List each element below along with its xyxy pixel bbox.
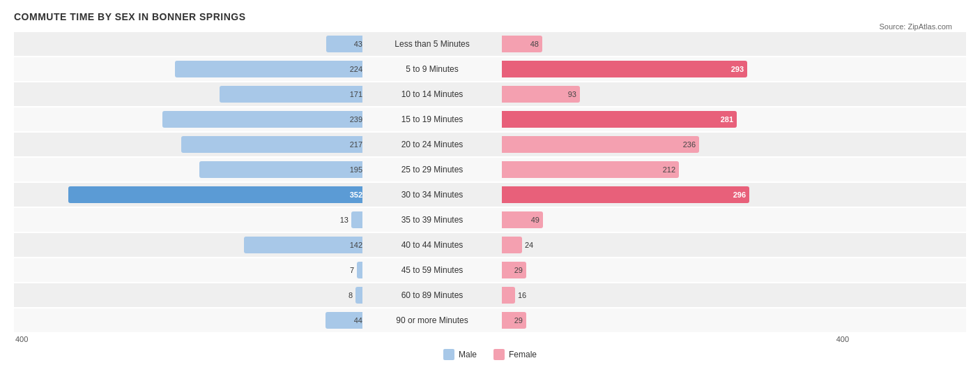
female-bar: 29 — [502, 312, 526, 329]
male-value: 224 — [346, 65, 362, 73]
bar-row: 8 60 to 89 Minutes 16 — [14, 283, 966, 307]
female-value: 93 — [568, 90, 580, 98]
bar-row: 142 40 to 44 Minutes 24 — [14, 233, 966, 257]
bar-row: 224 5 to 9 Minutes 293 — [14, 57, 966, 81]
legend-male: Male — [443, 349, 477, 360]
male-bar: 224 — [175, 61, 362, 77]
row-label: 35 to 39 Minutes — [362, 215, 502, 225]
female-bar: 296 — [502, 186, 749, 203]
row-label: 45 to 59 Minutes — [362, 265, 502, 275]
row-label: 20 to 24 Minutes — [362, 140, 502, 149]
female-bar — [502, 287, 515, 304]
axis-row: 400 400 — [14, 335, 966, 343]
male-value: 217 — [346, 140, 362, 149]
male-value: 239 — [346, 115, 362, 124]
female-value: 49 — [531, 216, 543, 224]
row-label: 10 to 14 Minutes — [362, 89, 502, 99]
female-value: 16 — [518, 291, 526, 299]
legend-male-label: Male — [459, 350, 477, 359]
chart-area: 43 Less than 5 Minutes 48 2 — [14, 32, 966, 360]
chart-title: COMMUTE TIME BY SEX IN BONNER SPRINGS — [14, 11, 966, 22]
bar-row: 7 45 to 59 Minutes 29 — [14, 258, 966, 282]
female-value: 236 — [683, 140, 699, 149]
male-value: 43 — [351, 40, 362, 48]
bar-row: 171 10 to 14 Minutes 93 — [14, 82, 966, 106]
legend-female-box — [493, 349, 505, 360]
female-bar: 49 — [502, 211, 543, 228]
female-value: 212 — [663, 165, 679, 174]
female-value: 48 — [530, 40, 542, 48]
female-bar: 48 — [502, 36, 542, 52]
female-value: 281 — [721, 115, 737, 124]
female-bar: 93 — [502, 86, 580, 103]
source-label: Source: ZipAtlas.com — [879, 22, 952, 31]
male-value: 8 — [349, 291, 353, 299]
row-label: 25 to 29 Minutes — [362, 165, 502, 174]
axis-left: 400 — [14, 335, 362, 343]
male-value: 195 — [346, 165, 362, 174]
female-value: 293 — [731, 65, 747, 73]
legend-female-label: Female — [509, 350, 537, 359]
bar-row: 239 15 to 19 Minutes 281 — [14, 107, 966, 131]
male-value: 142 — [346, 241, 362, 249]
male-bar — [351, 211, 362, 228]
male-bar: 195 — [199, 161, 362, 178]
axis-right: 400 — [502, 335, 850, 343]
male-value: 7 — [350, 266, 354, 274]
male-bar: 171 — [220, 86, 362, 103]
legend: Male Female — [14, 349, 966, 360]
male-bar — [355, 287, 362, 304]
bar-row: 195 25 to 29 Minutes 212 — [14, 158, 966, 181]
female-bar: 212 — [502, 161, 679, 178]
female-bar: 29 — [502, 262, 526, 278]
bars-container: 43 Less than 5 Minutes 48 2 — [14, 32, 966, 332]
bar-row: 43 Less than 5 Minutes 48 — [14, 32, 966, 56]
male-value: 13 — [340, 216, 349, 224]
male-value: 352 — [346, 191, 362, 199]
female-bar: 236 — [502, 136, 699, 153]
row-label: 90 or more Minutes — [362, 315, 502, 325]
female-bar: 293 — [502, 61, 747, 77]
row-label: 15 to 19 Minutes — [362, 114, 502, 124]
male-bar: 352 — [68, 186, 362, 203]
female-value: 24 — [525, 241, 533, 249]
legend-male-box — [443, 349, 454, 360]
male-bar: 44 — [326, 312, 362, 329]
bar-row: 217 20 to 24 Minutes 236 — [14, 133, 966, 156]
female-value: 29 — [514, 316, 526, 325]
female-bar — [502, 237, 522, 253]
bar-row: 352 30 to 34 Minutes 296 — [14, 183, 966, 207]
bar-row: 44 90 or more Minutes 29 — [14, 308, 966, 332]
row-label: 30 to 34 Minutes — [362, 190, 502, 200]
male-bar: 239 — [162, 111, 362, 128]
female-value: 296 — [733, 191, 749, 199]
female-bar: 281 — [502, 111, 737, 128]
male-bar: 217 — [181, 136, 362, 153]
legend-female: Female — [493, 349, 537, 360]
male-bar — [357, 262, 362, 278]
row-label: 40 to 44 Minutes — [362, 240, 502, 250]
row-label: Less than 5 Minutes — [362, 39, 502, 49]
male-bar: 142 — [244, 237, 362, 253]
male-value: 171 — [346, 90, 362, 98]
female-value: 29 — [514, 266, 526, 274]
male-bar: 43 — [326, 36, 362, 52]
row-label: 60 to 89 Minutes — [362, 290, 502, 300]
row-label: 5 to 9 Minutes — [362, 64, 502, 74]
bar-row: 13 35 to 39 Minutes 49 — [14, 208, 966, 232]
male-value: 44 — [351, 316, 362, 325]
